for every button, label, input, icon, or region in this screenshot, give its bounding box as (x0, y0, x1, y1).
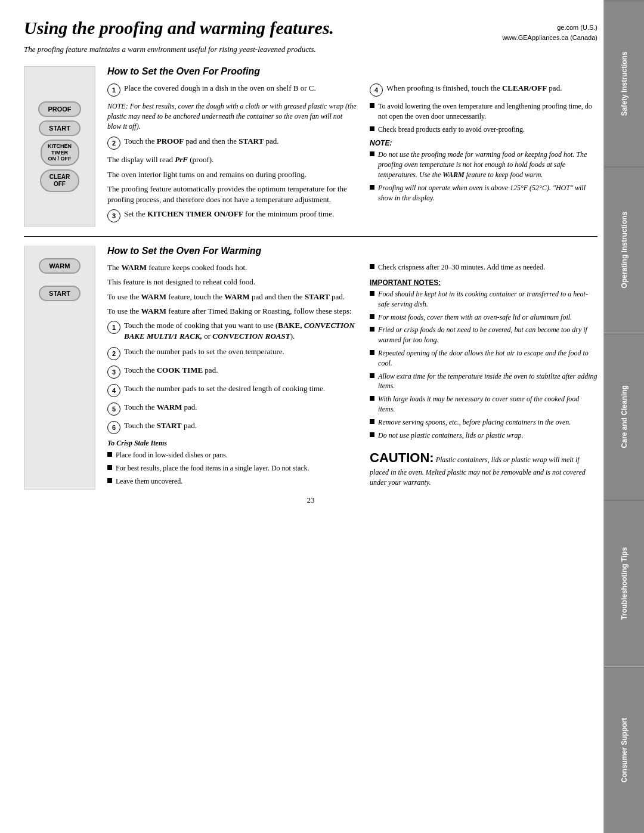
important-notes-label: IMPORTANT NOTES: (370, 278, 597, 287)
convection-roast-bold: CONVECTION ROAST (212, 332, 290, 340)
bullet-square-1 (370, 103, 374, 108)
bullet-square-2 (370, 126, 374, 131)
proofing-step4: 4 When proofing is finished, touch the C… (370, 83, 597, 97)
crisp-bullet3: Leave them uncovered. (107, 476, 358, 487)
auto-text: The proofing feature automatically provi… (107, 184, 358, 205)
note-label: NOTE: (370, 139, 597, 147)
proofing-step4-text: When proofing is finished, touch the CLE… (386, 83, 562, 94)
imp-bullet8: Do not use plastic containers, lids or p… (370, 431, 597, 441)
step-num-4: 4 (370, 83, 383, 97)
start-bold-step6: START (157, 421, 182, 430)
proofing-two-col: 1 Place the covered dough in a dish in t… (107, 83, 597, 227)
kitchen-timer-button[interactable]: KITCHENTIMERON / OFF (41, 140, 79, 166)
imp-bullet-sq-4 (370, 350, 374, 355)
crisp-bullet-square-1 (107, 452, 112, 457)
warming-step2-text: Touch the number pads to set the oven te… (124, 346, 284, 357)
step-num-3: 3 (107, 209, 120, 222)
proofing-col-right: 4 When proofing is finished, touch the C… (370, 83, 597, 227)
page-header: Using the proofing and warming features.… (24, 18, 597, 38)
proof-button[interactable]: PROOF (38, 101, 80, 117)
imp-bullet6-text: With large loads it may be necessary to … (378, 394, 597, 414)
caution-title: CAUTION: (370, 450, 434, 465)
crisp-bullet-square-3 (107, 478, 112, 483)
note-italic-text: NOTE: For best results, cover the dough … (107, 102, 357, 131)
proofing-note-italic: NOTE: For best results, cover the dough … (107, 101, 358, 131)
proofing-step2: 2 Touch the PROOF pad and then the START… (107, 136, 358, 150)
page-subtitle: The proofing feature maintains a warm en… (24, 45, 597, 54)
warming-step1-text: Touch the mode of cooking that you want … (124, 320, 358, 342)
warm-bold-use1b: WARM (224, 292, 250, 301)
warming-step5-text: Touch the WARM pad. (124, 402, 197, 413)
crisp-bullet2-text: For best results, place the food items i… (116, 463, 309, 473)
imp-bullet5-text: Allow extra time for the temperature ins… (378, 371, 597, 392)
imp-bullet4: Repeated opening of the door allows the … (370, 348, 597, 368)
warming-panel: WARM START (24, 246, 95, 490)
warming-step-num-3: 3 (107, 366, 120, 379)
clear-off-bold: CLEAR/OFF (502, 83, 547, 92)
start-button-proof[interactable]: START (39, 120, 80, 136)
warming-step5: 5 Touch the WARM pad. (107, 402, 358, 416)
imp-bullet7-text: Remove serving spoons, etc., before plac… (378, 417, 571, 428)
imp-bullet-sq-6 (370, 396, 374, 401)
step-num-1: 1 (107, 83, 120, 97)
imp-bullet-sq-3 (370, 327, 374, 332)
warming-step-num-5: 5 (107, 402, 120, 416)
sidebar-tab-safety[interactable]: Safety Instructions (604, 0, 644, 166)
light-text: The oven interior light turns on and rem… (107, 169, 358, 180)
caution-block: CAUTION: Plastic containers, lids or pla… (370, 449, 597, 487)
clear-off-button[interactable]: CLEAROFF (40, 169, 79, 192)
warm-use2: To use the WARM feature after Timed Baki… (107, 306, 358, 317)
note-bullet2-text: Proofing will not operate when oven is a… (378, 183, 597, 203)
imp-bullet5: Allow extra time for the temperature ins… (370, 371, 597, 392)
warming-step6: 6 Touch the START pad. (107, 420, 358, 434)
imp-bullet2-text: For moist foods, cover them with an oven… (378, 312, 572, 323)
crisp-bullet-square-2 (107, 465, 112, 470)
imp-bullet2: For moist foods, cover them with an oven… (370, 312, 597, 323)
proofing-section: PROOF START KITCHENTIMERON / OFF CLEAROF… (24, 66, 597, 227)
right-bullet1: Check crispness after 20–30 minutes. Add… (370, 262, 597, 272)
warm-bold-use2: WARM (141, 306, 167, 315)
proofing-content: How to Set the Oven For Proofing 1 Place… (107, 66, 597, 227)
proofing-step2-text: Touch the PROOF pad and then the START p… (124, 136, 278, 147)
imp-bullet3: Fried or crisp foods do not need to be c… (370, 325, 597, 345)
display-text: The display will read PrF (proof). (107, 154, 358, 165)
sidebar-tab-operating[interactable]: Operating Instructions (604, 166, 644, 333)
start-button-warm[interactable]: START (39, 286, 80, 301)
imp-bullet-sq-5 (370, 373, 374, 378)
warming-section: WARM START How to Set the Oven For Warmi… (24, 246, 597, 490)
warming-col-left: The WARM feature keeps cooked foods hot.… (107, 262, 358, 490)
important-notes-section: IMPORTANT NOTES: Food should be kept hot… (370, 278, 597, 440)
proofing-step3-text: Set the KITCHEN TIMER ON/OFF for the min… (124, 209, 334, 219)
warm-button[interactable]: WARM (39, 258, 80, 274)
proofing-heading: How to Set the Oven For Proofing (107, 66, 597, 77)
crisp-bullet1-text: Place food in low-sided dishes or pans. (116, 450, 228, 460)
warming-step-num-1: 1 (107, 321, 120, 334)
imp-bullet7: Remove serving spoons, etc., before plac… (370, 417, 597, 428)
note-bullet-square-2 (370, 185, 374, 190)
sidebar-tab-care[interactable]: Care and Cleaning (604, 333, 644, 500)
imp-bullet1-text: Food should be kept hot in its cooking c… (378, 289, 597, 309)
warming-step2: 2 Touch the number pads to set the oven … (107, 346, 358, 360)
start-bold-use1: START (305, 292, 330, 301)
imp-bullet-sq-7 (370, 419, 374, 424)
proofing-panel: PROOF START KITCHENTIMERON / OFF CLEAROF… (24, 66, 95, 227)
right-bullet-square-1 (370, 264, 374, 269)
warm-intro2: This feature is not designed to reheat c… (107, 277, 358, 287)
imp-bullet8-text: Do not use plastic containers, lids or p… (378, 431, 523, 441)
sidebar-tab-troubleshooting[interactable]: Troubleshooting Tips (604, 500, 644, 666)
imp-bullet-sq-8 (370, 432, 374, 437)
warming-step6-text: Touch the START pad. (124, 420, 197, 431)
warming-two-col: The WARM feature keeps cooked foods hot.… (107, 262, 597, 490)
main-content: Using the proofing and warming features.… (0, 0, 603, 833)
crisp-bullet1: Place food in low-sided dishes or pans. (107, 450, 358, 460)
warming-heading: How to Set the Oven For Warming (107, 246, 597, 256)
sidebar-tab-consumer[interactable]: Consumer Support (604, 667, 644, 833)
note-bullet2: Proofing will not operate when oven is a… (370, 183, 597, 203)
prf-text: PrF (175, 155, 188, 164)
note-bullet-square-1 (370, 151, 374, 156)
warm-bold-note: WARM (442, 171, 464, 179)
imp-bullet-sq-1 (370, 291, 374, 296)
proof-bold: PROOF (157, 137, 184, 145)
page-number: 23 (24, 496, 597, 505)
warming-step-num-2: 2 (107, 347, 120, 360)
